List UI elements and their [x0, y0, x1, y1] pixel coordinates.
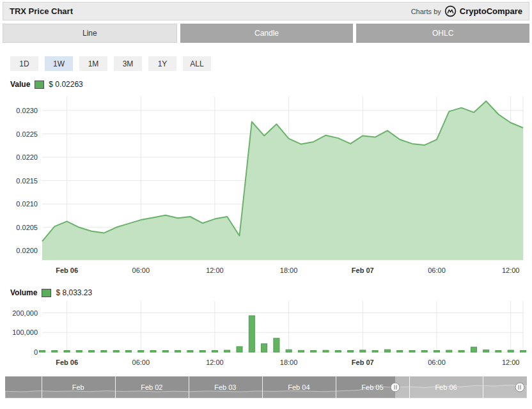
svg-text:0.0230: 0.0230	[16, 107, 38, 114]
svg-text:12:00: 12:00	[502, 359, 520, 366]
svg-text:06:00: 06:00	[428, 266, 446, 274]
svg-text:0.0210: 0.0210	[16, 200, 38, 208]
volume-chart[interactable]: 0100,000200,000Feb 0606:0012:0018:00Feb …	[5, 298, 527, 370]
navigator-left-handle[interactable]	[391, 383, 400, 392]
navigator-label: Feb 03	[214, 383, 236, 391]
svg-text:18:00: 18:00	[280, 266, 298, 274]
svg-text:0.0225: 0.0225	[16, 130, 38, 138]
svg-text:06:00: 06:00	[428, 359, 446, 366]
svg-text:Feb 06: Feb 06	[56, 266, 78, 274]
svg-text:0.0200: 0.0200	[16, 247, 38, 254]
widget-header: TRX Price Chart Charts by CryptoCompare	[3, 2, 529, 20]
volume-legend-label: Volume	[10, 288, 37, 297]
tab-candle[interactable]: Candle	[180, 24, 354, 43]
trx-chart-widget: TRX Price Chart Charts by CryptoCompare …	[0, 0, 532, 400]
navigator-right-handle[interactable]	[515, 383, 524, 392]
range-1d-button[interactable]: 1D	[10, 56, 38, 71]
price-legend-value: $ 0.02263	[49, 80, 82, 89]
svg-text:06:00: 06:00	[132, 359, 150, 366]
brand-name: CryptoCompare	[460, 6, 522, 16]
range-3m-button[interactable]: 3M	[114, 56, 142, 71]
svg-text:18:00: 18:00	[280, 359, 298, 366]
navigator-divider	[42, 376, 42, 398]
chart-type-tabs: Line Candle OHLC	[3, 24, 529, 43]
svg-text:0.0215: 0.0215	[16, 177, 38, 185]
brand-link[interactable]: Charts by CryptoCompare	[411, 5, 522, 17]
volume-legend-swatch[interactable]	[42, 289, 51, 297]
svg-text:0.0205: 0.0205	[16, 224, 38, 231]
navigator-label: Feb 04	[288, 383, 309, 391]
svg-text:100,000: 100,000	[12, 328, 38, 336]
tab-line[interactable]: Line	[3, 24, 177, 43]
navigator-divider	[336, 376, 336, 398]
navigator-divider	[189, 376, 189, 398]
svg-text:200,000: 200,000	[12, 309, 38, 317]
navigator-divider	[262, 376, 263, 398]
time-range-buttons: 1D 1W 1M 3M 1Y ALL	[10, 56, 529, 71]
range-1y-button[interactable]: 1Y	[148, 56, 176, 71]
svg-text:12:00: 12:00	[502, 266, 520, 274]
price-legend-swatch[interactable]	[35, 81, 44, 89]
navigator-selected-range[interactable]	[395, 376, 527, 398]
svg-text:06:00: 06:00	[132, 266, 150, 274]
price-chart[interactable]: 0.02000.02050.02100.02150.02200.02250.02…	[5, 90, 527, 279]
navigator-label: Feb	[72, 383, 84, 391]
range-all-button[interactable]: ALL	[183, 56, 211, 71]
price-legend-label: Value	[10, 80, 30, 89]
svg-text:Feb 07: Feb 07	[352, 359, 374, 366]
range-1m-button[interactable]: 1M	[79, 56, 107, 71]
range-1w-button[interactable]: 1W	[45, 56, 73, 71]
navigator-label: Feb 05	[361, 383, 383, 391]
navigator-label: Feb 06	[435, 383, 457, 391]
navigator-divider	[483, 376, 483, 398]
svg-text:Feb 07: Feb 07	[352, 266, 374, 274]
navigator-divider	[409, 376, 410, 398]
charts-by-label: Charts by	[411, 8, 441, 15]
navigator-label: Feb 02	[141, 383, 162, 391]
svg-text:12:00: 12:00	[206, 359, 224, 366]
chart-navigator[interactable]: Feb Feb 02 Feb 03 Feb 04 Feb 05 Feb 06	[5, 376, 527, 398]
svg-text:12:00: 12:00	[206, 266, 224, 274]
volume-legend-value: $ 8,033.23	[56, 288, 92, 297]
svg-text:0: 0	[34, 348, 38, 356]
price-legend: Value $ 0.02263	[10, 80, 529, 89]
svg-text:Feb 06: Feb 06	[56, 359, 78, 366]
widget-title: TRX Price Chart	[10, 6, 73, 16]
cryptocompare-logo-icon	[444, 5, 457, 17]
tab-ohlc[interactable]: OHLC	[356, 24, 529, 43]
volume-legend: Volume $ 8,033.23	[10, 288, 529, 297]
svg-text:0.0220: 0.0220	[16, 153, 38, 161]
navigator-divider	[115, 376, 116, 398]
